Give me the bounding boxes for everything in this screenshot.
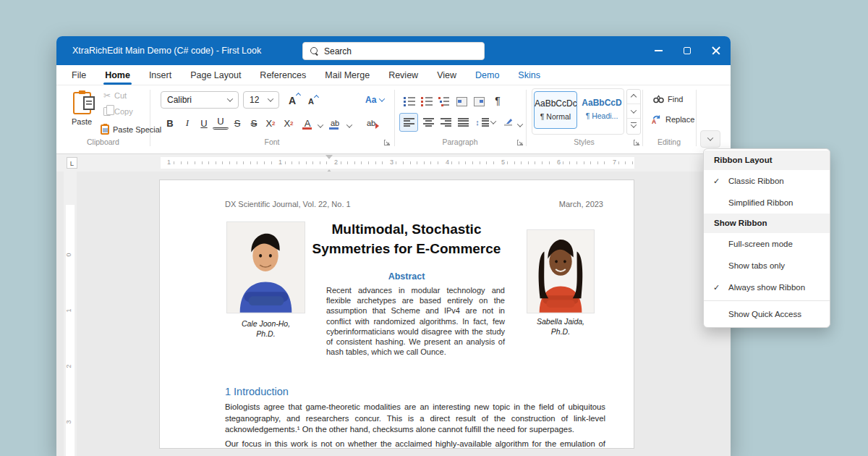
- multilevel-list-button[interactable]: [436, 93, 452, 110]
- menu-item-simplified-ribbon[interactable]: Simplified Ribbon: [704, 192, 830, 214]
- italic-button[interactable]: I: [179, 114, 195, 132]
- font-color-dropdown[interactable]: [315, 117, 326, 135]
- journal-header: DX Scientific Journal, Vol. 22, No. 1: [225, 200, 351, 208]
- align-center-button[interactable]: [420, 114, 436, 131]
- search-input[interactable]: Search: [302, 42, 485, 60]
- highlight-button[interactable]: ab: [327, 114, 343, 132]
- decrease-indent-button[interactable]: [454, 93, 469, 110]
- chevron-down-icon: [318, 122, 323, 127]
- superscript-icon: X: [265, 118, 272, 129]
- double-underline-button[interactable]: U: [213, 114, 229, 130]
- shrink-font-button[interactable]: A: [303, 93, 319, 110]
- styles-scroll: [626, 89, 641, 135]
- paragraph-dialog-launcher[interactable]: [516, 139, 524, 146]
- shading-dropdown[interactable]: [515, 117, 525, 134]
- replace-button[interactable]: A Replace: [649, 113, 697, 125]
- menu-item-show-tabs-only[interactable]: Show tabs only: [704, 255, 830, 276]
- author-photo-left[interactable]: [226, 221, 305, 313]
- font-name-combo[interactable]: Calibri: [161, 91, 239, 109]
- multilevel-list-icon: [438, 97, 450, 106]
- paste-label: Paste: [67, 117, 97, 126]
- tab-review[interactable]: Review: [379, 65, 427, 85]
- tab-insert[interactable]: Insert: [140, 65, 181, 85]
- first-line-indent-marker[interactable]: [326, 155, 333, 159]
- subscript-button[interactable]: X2: [281, 114, 297, 132]
- ribbon-tab-bar: File Home Insert Page Layout References …: [56, 65, 731, 85]
- author-photo-right[interactable]: [527, 229, 595, 313]
- ribbon: Paste ✂ Cut Copy Paste Special Clipboard…: [56, 85, 731, 154]
- copy-icon: [103, 107, 111, 116]
- horizontal-ruler: L 1 1 2 3 4 5 6 7: [56, 154, 731, 172]
- numbered-list-icon: [421, 97, 433, 106]
- paste-button[interactable]: Paste: [67, 90, 97, 135]
- styles-gallery-expand[interactable]: [627, 119, 640, 133]
- document-page[interactable]: DX Scientific Journal, Vol. 22, No. 1 Ma…: [159, 180, 634, 449]
- align-left-button[interactable]: [399, 113, 418, 132]
- superscript-button[interactable]: X2: [263, 114, 278, 132]
- style-heading[interactable]: AaBbCcD ¶ Headi...: [580, 91, 624, 129]
- tab-demo[interactable]: Demo: [466, 65, 509, 85]
- tab-stop-selector[interactable]: L: [67, 157, 77, 169]
- justify-button[interactable]: [455, 114, 471, 131]
- font-size-combo[interactable]: 12: [243, 91, 279, 109]
- tab-page-layout[interactable]: Page Layout: [181, 65, 250, 85]
- tab-mail-merge[interactable]: Mail Merge: [315, 65, 379, 85]
- font-color-button[interactable]: A: [299, 114, 315, 132]
- line-spacing-button[interactable]: ↕: [474, 114, 497, 131]
- chevron-down-icon: [490, 118, 496, 124]
- copy-button[interactable]: Copy: [101, 106, 135, 117]
- menu-item-show-quick-access-toolbar[interactable]: Show Quick Access Toolbar: [704, 303, 830, 325]
- align-right-icon: [441, 118, 451, 127]
- close-button[interactable]: [702, 36, 731, 65]
- style-heading-name: ¶ Headi...: [580, 111, 624, 120]
- find-icon: [653, 94, 664, 104]
- numbered-list-button[interactable]: [419, 93, 435, 110]
- styles-scroll-up[interactable]: [627, 90, 640, 104]
- title-bar: XtraRichEdit Main Demo (C# code) - First…: [56, 36, 731, 65]
- author-caption-left: Cale Joon-Ho, Ph.D.: [226, 319, 305, 339]
- menu-item-full-screen-mode[interactable]: Full-screen mode: [704, 233, 830, 255]
- vertical-ruler: 0 1 2 3 4: [64, 172, 77, 456]
- menu-item-classic-ribbon[interactable]: ✓ Classic Ribbon: [704, 170, 830, 192]
- copy-label: Copy: [114, 107, 133, 116]
- text-effects-button[interactable]: ab: [363, 114, 379, 132]
- increase-indent-button[interactable]: [471, 93, 487, 110]
- strikethrough-button[interactable]: S: [229, 114, 245, 132]
- styles-dialog-launcher[interactable]: [633, 139, 640, 146]
- highlight-dropdown[interactable]: [344, 117, 354, 135]
- underline-button[interactable]: U: [196, 114, 212, 132]
- show-marks-button[interactable]: ¶: [490, 92, 506, 109]
- styles-group-label: Styles: [526, 138, 642, 146]
- style-normal[interactable]: AaBbCcDc ¶ Normal: [534, 91, 577, 129]
- bullet-list-button[interactable]: [401, 93, 417, 110]
- tab-file[interactable]: File: [62, 65, 95, 85]
- window-title: XtraRichEdit Main Demo (C# code) - First…: [72, 36, 261, 65]
- grow-font-button[interactable]: A: [284, 92, 300, 109]
- ruler-band: 1 1 2 3 4 5 6 7: [161, 157, 634, 169]
- cut-button[interactable]: ✂ Cut: [101, 90, 129, 101]
- shrink-font-icon: A: [308, 97, 314, 106]
- window-controls: [644, 36, 731, 65]
- minimize-button[interactable]: [644, 36, 673, 65]
- menu-item-always-show-ribbon[interactable]: ✓ Always show Ribbon: [704, 276, 830, 298]
- chevron-down-icon: [268, 96, 273, 101]
- replace-icon: A: [651, 114, 662, 124]
- tab-view[interactable]: View: [427, 65, 466, 85]
- maximize-button[interactable]: [673, 36, 702, 65]
- check-icon: ✓: [713, 170, 720, 192]
- ruler-ticks: [161, 161, 634, 164]
- shading-button[interactable]: [501, 114, 516, 131]
- align-left-icon: [404, 118, 414, 127]
- font-dialog-launcher[interactable]: [383, 139, 391, 146]
- tab-home[interactable]: Home: [95, 65, 140, 85]
- find-button[interactable]: Find: [651, 93, 685, 105]
- tab-references[interactable]: References: [250, 65, 315, 85]
- styles-scroll-down[interactable]: [627, 104, 640, 119]
- paste-special-button[interactable]: Paste Special: [98, 123, 163, 136]
- tab-skins[interactable]: Skins: [509, 65, 550, 85]
- bold-button[interactable]: B: [162, 114, 178, 132]
- ribbon-display-options-button[interactable]: [700, 130, 720, 148]
- align-right-button[interactable]: [438, 114, 454, 131]
- change-case-button[interactable]: Aa: [363, 93, 386, 106]
- double-strikethrough-button[interactable]: S: [246, 114, 262, 132]
